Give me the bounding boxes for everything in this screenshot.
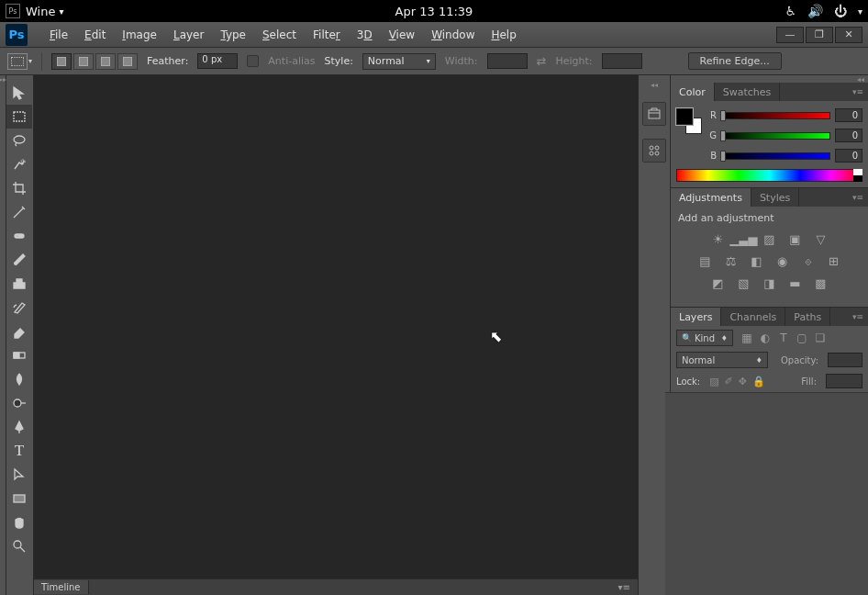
- r-value[interactable]: 0: [835, 108, 862, 122]
- menu-view[interactable]: View: [382, 26, 422, 44]
- r-slider[interactable]: [721, 112, 830, 119]
- styles-tab[interactable]: Styles: [751, 188, 799, 207]
- blur-tool[interactable]: [6, 367, 32, 391]
- system-clock[interactable]: Apr 13 11:39: [395, 5, 473, 18]
- selective-color-icon[interactable]: ▩: [813, 275, 829, 290]
- color-panel-menu-icon[interactable]: ▾≡: [848, 83, 868, 101]
- menu-image[interactable]: Image: [115, 26, 164, 44]
- menu-layer[interactable]: Layer: [166, 26, 211, 44]
- g-slider[interactable]: [721, 132, 830, 140]
- history-brush-tool[interactable]: [6, 296, 32, 320]
- power-icon[interactable]: ⏻: [834, 4, 847, 18]
- vibrance-icon[interactable]: ▽: [813, 231, 829, 246]
- channels-tab[interactable]: Channels: [721, 308, 785, 326]
- feather-input[interactable]: 0 px: [197, 53, 238, 69]
- selection-new-button[interactable]: [51, 53, 72, 70]
- channel-mixer-icon[interactable]: ⟐: [800, 253, 817, 268]
- type-tool[interactable]: T: [6, 439, 32, 463]
- style-dropdown[interactable]: Normal ▾: [362, 53, 436, 70]
- maximize-button[interactable]: ❐: [806, 27, 833, 43]
- lasso-tool[interactable]: [6, 129, 32, 152]
- curves-icon[interactable]: ▨: [762, 231, 778, 246]
- lock-transparency-icon[interactable]: ▨: [709, 376, 718, 387]
- app-menu-dropdown-icon[interactable]: ▾: [59, 6, 63, 17]
- rectangular-marquee-tool[interactable]: [6, 105, 32, 129]
- opacity-input[interactable]: [828, 353, 862, 367]
- layers-tab[interactable]: Layers: [671, 308, 721, 326]
- color-tab[interactable]: Color: [671, 83, 715, 101]
- paths-tab[interactable]: Paths: [785, 308, 830, 326]
- eyedropper-tool[interactable]: [6, 200, 32, 224]
- menu-type[interactable]: Type: [213, 26, 253, 44]
- timeline-menu-icon[interactable]: ▾≡: [611, 582, 638, 592]
- canvas-area[interactable]: ⬉: [34, 75, 638, 578]
- filter-smart-icon[interactable]: ❏: [814, 331, 827, 344]
- gradient-map-icon[interactable]: ▬: [787, 275, 804, 290]
- tool-preset[interactable]: ▾: [7, 53, 32, 70]
- healing-brush-tool[interactable]: [6, 224, 32, 248]
- clone-stamp-tool[interactable]: [6, 272, 32, 296]
- filter-type-icon[interactable]: T: [777, 331, 790, 344]
- zoom-tool[interactable]: [6, 534, 32, 558]
- selection-subtract-button[interactable]: [95, 53, 116, 70]
- threshold-icon[interactable]: ◨: [762, 275, 778, 290]
- menu-help[interactable]: Help: [484, 26, 523, 44]
- adjustments-tab[interactable]: Adjustments: [671, 188, 751, 207]
- menu-3d[interactable]: 3D: [350, 26, 380, 44]
- properties-panel-icon[interactable]: [642, 139, 666, 163]
- gradient-tool[interactable]: [6, 343, 32, 367]
- selection-intersect-button[interactable]: [117, 53, 138, 70]
- photo-filter-icon[interactable]: ◉: [774, 253, 791, 268]
- color-lookup-icon[interactable]: ⊞: [826, 253, 842, 268]
- rectangle-tool[interactable]: [6, 487, 32, 511]
- posterize-icon[interactable]: ▧: [736, 275, 752, 290]
- filter-shape-icon[interactable]: ▢: [796, 331, 808, 344]
- layer-filter-kind-dropdown[interactable]: 🔍 Kind ♦: [676, 330, 733, 346]
- crop-tool[interactable]: [6, 176, 32, 200]
- g-value[interactable]: 0: [835, 129, 862, 142]
- menu-edit[interactable]: Edit: [77, 26, 113, 44]
- selection-add-button[interactable]: [73, 53, 94, 70]
- lock-pixels-icon[interactable]: ✐: [725, 376, 733, 387]
- volume-icon[interactable]: 🔊: [807, 4, 823, 18]
- left-collapse-strip[interactable]: ▸▸: [0, 75, 6, 595]
- minimize-button[interactable]: —: [776, 27, 804, 43]
- blend-mode-dropdown[interactable]: Normal ♦: [676, 352, 768, 368]
- brush-tool[interactable]: [6, 248, 32, 272]
- history-panel-icon[interactable]: [642, 102, 666, 126]
- dodge-tool[interactable]: [6, 391, 32, 415]
- bw-icon[interactable]: ◧: [749, 253, 765, 268]
- invert-icon[interactable]: ◩: [710, 275, 727, 290]
- menu-window[interactable]: Window: [424, 26, 482, 44]
- app-menu-title[interactable]: Wine: [26, 5, 55, 18]
- expand-grip-icon[interactable]: ◂◂: [651, 81, 658, 89]
- adjustments-menu-icon[interactable]: ▾≡: [848, 188, 868, 207]
- foreground-color-swatch[interactable]: [676, 108, 693, 125]
- hand-tool[interactable]: [6, 511, 32, 534]
- eraser-tool[interactable]: [6, 320, 32, 343]
- levels-icon[interactable]: ▁▃▅: [736, 231, 752, 246]
- panel-grip[interactable]: ◂◂: [671, 75, 868, 83]
- menu-filter[interactable]: Filter: [306, 26, 348, 44]
- menu-file[interactable]: File: [42, 26, 75, 44]
- color-spectrum[interactable]: [676, 169, 862, 182]
- timeline-tab[interactable]: Timeline: [34, 580, 89, 594]
- refine-edge-button[interactable]: Refine Edge...: [688, 52, 782, 70]
- hue-icon[interactable]: ▤: [697, 253, 714, 268]
- filter-pixel-icon[interactable]: ▦: [740, 331, 753, 344]
- accessibility-icon[interactable]: ♿: [785, 4, 796, 18]
- brightness-icon[interactable]: ☀: [710, 231, 727, 246]
- pen-tool[interactable]: [6, 415, 32, 439]
- b-value[interactable]: 0: [835, 149, 862, 163]
- tray-dropdown-icon[interactable]: ▾: [858, 6, 862, 17]
- move-tool[interactable]: [6, 81, 32, 105]
- b-slider[interactable]: [721, 152, 830, 160]
- exposure-icon[interactable]: ▣: [787, 231, 804, 246]
- swatches-tab[interactable]: Swatches: [715, 83, 781, 101]
- lock-all-icon[interactable]: 🔒: [752, 376, 765, 387]
- path-selection-tool[interactable]: [6, 463, 32, 487]
- menu-select[interactable]: Select: [255, 26, 304, 44]
- quick-selection-tool[interactable]: [6, 152, 32, 176]
- lock-position-icon[interactable]: ✥: [739, 376, 747, 387]
- filter-adjustment-icon[interactable]: ◐: [759, 331, 772, 344]
